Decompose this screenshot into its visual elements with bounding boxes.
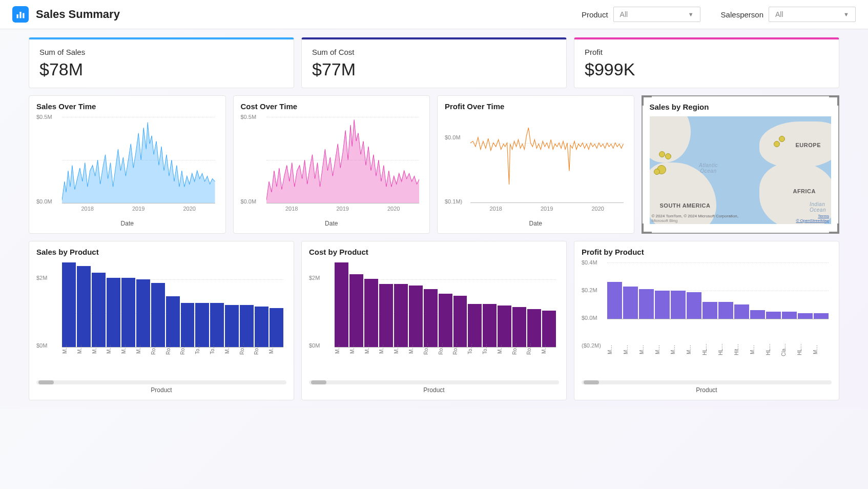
x-tick: M…	[394, 342, 408, 356]
map-label-indian: Indian Ocean	[810, 201, 830, 213]
map-data-point[interactable]	[779, 136, 785, 142]
bar[interactable]	[623, 287, 638, 319]
map-data-point[interactable]	[654, 169, 660, 175]
map-data-point[interactable]	[774, 141, 780, 147]
bar[interactable]	[782, 312, 797, 319]
x-tick: M…	[686, 342, 702, 357]
x-tick: M…	[268, 342, 283, 356]
chart-sales-by-product[interactable]: Sales by Product $2M $0M M…M…M…M…M…M…Ro……	[29, 241, 294, 400]
chart-icon	[15, 9, 26, 19]
bar[interactable]	[379, 284, 393, 347]
map-osm-link[interactable]: © OpenStreetMap	[796, 218, 829, 223]
bar[interactable]	[639, 289, 654, 319]
bar[interactable]	[107, 278, 120, 347]
selection-handle[interactable]	[642, 95, 652, 106]
bar[interactable]	[607, 282, 622, 318]
bar[interactable]	[136, 279, 150, 347]
svg-rect-0	[17, 14, 18, 18]
bar[interactable]	[364, 279, 378, 347]
bar[interactable]	[240, 305, 254, 348]
bar[interactable]	[766, 312, 781, 319]
x-axis-label: Date	[241, 220, 423, 227]
map-data-point[interactable]	[665, 153, 671, 159]
bar[interactable]	[151, 283, 165, 347]
bar[interactable]	[409, 286, 423, 347]
bar[interactable]	[814, 313, 829, 319]
scroll-thumb[interactable]	[584, 380, 599, 384]
x-tick: Ro…	[180, 342, 195, 356]
kpi-value: $999K	[585, 59, 829, 79]
salesperson-dropdown[interactable]: All ▼	[769, 7, 856, 22]
bar[interactable]	[453, 296, 467, 347]
scrollbar[interactable]	[36, 380, 286, 384]
x-tick: Ro…	[166, 342, 180, 356]
selection-handle[interactable]	[829, 223, 839, 234]
x-tick: M…	[607, 342, 623, 357]
bar[interactable]	[439, 294, 452, 347]
map-bing-logo: Microsoft Bing	[652, 218, 678, 223]
bar[interactable]	[270, 308, 283, 347]
scrollbar[interactable]	[582, 380, 832, 384]
x-axis-label: Date	[36, 220, 218, 227]
bar[interactable]	[424, 289, 438, 347]
selection-handle[interactable]	[829, 95, 839, 106]
kpi-profit[interactable]: Profit $999K	[574, 37, 839, 88]
chart-cost-over-time[interactable]: Cost Over Time $0.5M $0.0M 2018 2019	[233, 95, 430, 234]
kpi-label: Sum of Sales	[39, 48, 283, 56]
map-label-atlantic: Atlantic Ocean	[696, 162, 721, 174]
bar[interactable]	[798, 313, 813, 319]
bar[interactable]	[671, 291, 686, 319]
selection-handle[interactable]	[642, 223, 652, 234]
map-body[interactable]: EUROPE AFRICA SOUTH AMERICA Atlantic Oce…	[650, 116, 832, 224]
bar[interactable]	[702, 302, 717, 319]
chart-cost-by-product[interactable]: Cost by Product $2M $0M M…M…M…M…M…M…Ro…R…	[301, 241, 567, 400]
bar[interactable]	[121, 278, 135, 347]
chart-profit-over-time[interactable]: Profit Over Time $0.0M $0.1M) 2018 2019 …	[437, 95, 634, 234]
bar[interactable]	[655, 291, 670, 319]
scrollbar[interactable]	[309, 380, 559, 384]
bar[interactable]	[181, 303, 195, 347]
bar[interactable]	[394, 284, 408, 347]
x-tick: 2018	[81, 206, 94, 212]
bar[interactable]	[468, 304, 482, 347]
x-tick: 2019	[541, 206, 553, 212]
scroll-thumb[interactable]	[311, 380, 326, 384]
kpi-label: Profit	[585, 48, 829, 56]
bar[interactable]	[77, 266, 91, 347]
kpi-row: Sum of Sales $78M Sum of Cost $77M Profi…	[29, 37, 839, 88]
bar[interactable]	[483, 304, 497, 347]
product-dropdown[interactable]: All ▼	[613, 7, 700, 22]
bar[interactable]	[92, 273, 106, 347]
map-credit-text: © 2024 TomTom, © 2024 Microsoft Corporat…	[652, 214, 739, 218]
bar[interactable]	[195, 303, 209, 347]
bar[interactable]	[718, 302, 733, 319]
chart-sales-over-time[interactable]: Sales Over Time $0.5M $0.0M 2018 2019	[29, 95, 226, 234]
chart-sales-by-region[interactable]: Sales by Region EUROPE AFRICA SOUTH AMER…	[642, 95, 840, 234]
bar[interactable]	[527, 309, 541, 347]
bar[interactable]	[166, 296, 180, 347]
scroll-thumb[interactable]	[38, 380, 54, 384]
plot-area: M…M…M…M…M…M…Ro…Ro…Ro…To…To…M…Ro…Ro…M…	[335, 262, 556, 348]
bar[interactable]	[255, 307, 268, 347]
y-tick: $0.4M	[582, 259, 604, 266]
y-tick: $0.0M	[36, 198, 59, 205]
y-tick: $2M	[36, 275, 59, 281]
kpi-sum-of-cost[interactable]: Sum of Cost $77M	[301, 37, 567, 88]
kpi-sum-of-sales[interactable]: Sum of Sales $78M	[29, 37, 294, 88]
chart-profit-by-product[interactable]: Profit by Product $0.4M $0.2M $0.0M ($0.…	[574, 241, 839, 400]
bar[interactable]	[750, 310, 765, 318]
map-data-point[interactable]	[659, 151, 665, 157]
map-terms-link[interactable]: Terms	[818, 214, 829, 218]
bar[interactable]	[62, 262, 76, 347]
bar[interactable]	[349, 274, 363, 347]
svg-rect-1	[19, 12, 21, 18]
bar[interactable]	[335, 262, 348, 347]
bar[interactable]	[512, 307, 526, 347]
x-axis-label: Product	[36, 386, 286, 394]
bar[interactable]	[225, 305, 239, 348]
bar[interactable]	[498, 305, 511, 347]
bar[interactable]	[687, 292, 701, 319]
x-tick: Ro…	[512, 342, 527, 356]
bar[interactable]	[210, 303, 224, 347]
bar[interactable]	[734, 304, 749, 318]
